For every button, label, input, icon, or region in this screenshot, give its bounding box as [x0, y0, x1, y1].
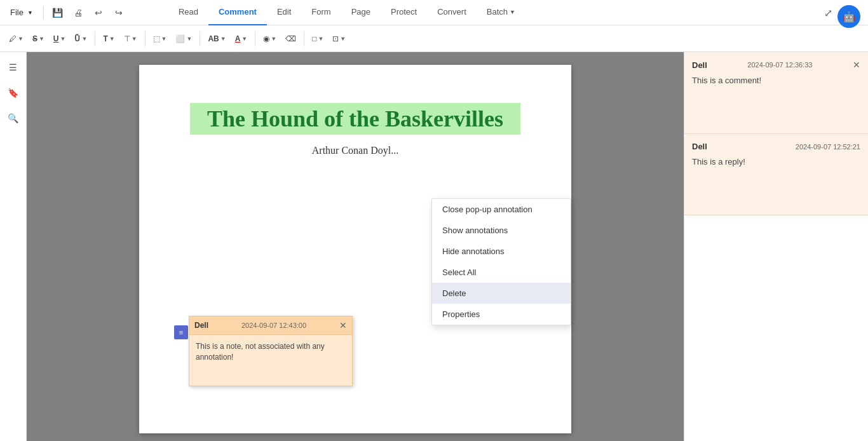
tab-edit[interactable]: Edit [267, 0, 301, 25]
font-color-chevron: ▼ [241, 36, 247, 42]
toolbar-divider-4 [255, 31, 255, 46]
comment-reply-card-1: Dell 2024-09-07 12:52:21 This is a reply… [684, 134, 868, 215]
sticky-note-header: Dell 2024-09-07 12:43:00 ✕ [189, 316, 352, 335]
sidebar: ☰ 🔖 🔍 [0, 52, 27, 441]
sidebar-search-btn[interactable]: 🔍 [3, 108, 24, 128]
sidebar-pages-btn[interactable]: ☰ [3, 57, 24, 78]
external-window-icon[interactable]: ⤢ [824, 7, 832, 19]
document-title: The Hound of the Baskervilles [190, 103, 520, 135]
strikethrough-icon: S [32, 34, 37, 43]
highlight-icon: 🖊 [9, 34, 17, 43]
context-hide-annotations[interactable]: Hide annotations [432, 241, 571, 262]
tab-protect[interactable]: Protect [381, 0, 427, 25]
comment-close-btn-1[interactable]: ✕ [853, 60, 860, 70]
callout-icon: ⬜ [175, 34, 185, 43]
strikethrough-chevron: ▼ [39, 36, 44, 42]
highlight-chevron: ▼ [18, 36, 24, 42]
shape-chevron: ▼ [318, 36, 323, 42]
text-annotation-icon: T [103, 34, 107, 43]
pages-icon: ☰ [9, 62, 17, 72]
note-icon[interactable]: ≡ [174, 325, 188, 339]
sidebar-bookmarks-btn[interactable]: 🔖 [3, 83, 24, 103]
area-icon: ⬚ [153, 34, 160, 43]
highlight-color-tool[interactable]: ◉ ▼ [259, 29, 280, 48]
highlight-color-icon: ◉ [263, 34, 269, 43]
font-size-icon: AB [208, 34, 219, 43]
textbox-tool[interactable]: ⊤ ▼ [120, 29, 141, 48]
toolbar-divider-1 [95, 31, 95, 46]
comments-panel: Dell 2024-09-07 12:36:33 ✕ This is a com… [684, 52, 868, 441]
eraser-tool[interactable]: ⌫ [281, 29, 300, 48]
tab-page[interactable]: Page [341, 0, 381, 25]
tab-read[interactable]: Read [168, 0, 208, 25]
eraser-icon: ⌫ [285, 34, 296, 43]
tab-batch[interactable]: Batch ▼ [477, 0, 526, 25]
document-area: The Hound of the Baskervilles Arthur Con… [27, 52, 684, 441]
stamp-chevron: ▼ [340, 36, 346, 42]
shape-tool[interactable]: □ ▼ [308, 29, 327, 48]
text-annotation-tool[interactable]: T ▼ [99, 29, 118, 48]
sticky-note-popup: Dell 2024-09-07 12:43:00 ✕ This is a not… [189, 316, 353, 386]
toolbar: 🖊 ▼ S ▼ U ▼ U͂ ▼ T ▼ ⊤ ▼ ⬚ ▼ ⬜ ▼ AB ▼ [0, 25, 868, 52]
user-avatar[interactable]: 🤖 [837, 5, 860, 28]
textbox-chevron: ▼ [132, 36, 137, 42]
callout-tool[interactable]: ⬜ ▼ [172, 29, 196, 48]
font-color-tool[interactable]: A ▼ [231, 29, 252, 48]
print-button[interactable]: 🖨 [69, 4, 87, 22]
sticky-note-body: This is a note, not associated with any … [189, 335, 352, 386]
comment-reply-author-1: Dell [692, 142, 707, 151]
tab-comment[interactable]: Comment [208, 0, 267, 25]
area-chevron: ▼ [161, 36, 167, 42]
font-size-chevron: ▼ [220, 36, 226, 42]
squiggle-underline-tool[interactable]: U͂ ▼ [71, 29, 91, 48]
menu-bar: File ▼ 💾 🖨 ↩ ↪ Read Comment Edit Form Pa… [0, 0, 868, 25]
highlight-tool[interactable]: 🖊 ▼ [5, 29, 27, 48]
file-chevron: ▼ [27, 10, 33, 16]
text-ann-chevron: ▼ [109, 36, 115, 42]
sticky-note-close-btn[interactable]: ✕ [339, 320, 347, 330]
underline-chevron: ▼ [60, 36, 66, 42]
stamp-tool[interactable]: ⊡ ▼ [329, 29, 349, 48]
textbox-icon: ⊤ [124, 34, 130, 43]
callout-chevron: ▼ [186, 36, 192, 42]
document-page: The Hound of the Baskervilles Arthur Con… [139, 65, 571, 433]
comment-card-1: Dell 2024-09-07 12:36:33 ✕ This is a com… [684, 52, 868, 134]
context-show-annotations[interactable]: Show annotations [432, 220, 571, 241]
comment-reply-body-1: This is a reply! [692, 156, 860, 207]
tab-form[interactable]: Form [301, 0, 341, 25]
redo-button[interactable]: ↪ [110, 4, 128, 22]
font-size-tool[interactable]: AB ▼ [204, 29, 229, 48]
comment-reply-header-1: Dell 2024-09-07 12:52:21 [692, 142, 860, 151]
context-delete[interactable]: Delete [432, 283, 571, 304]
main-layout: ☰ 🔖 🔍 The Hound of the Baskervilles Arth… [0, 52, 868, 441]
toolbar-divider-2 [145, 31, 146, 46]
save-button[interactable]: 💾 [49, 4, 67, 22]
sticky-note-author: Dell [194, 321, 208, 330]
comment-reply-time-1: 2024-09-07 12:52:21 [796, 143, 860, 151]
undo-button[interactable]: ↩ [90, 4, 107, 22]
comment-body-1: This is a comment! [692, 75, 860, 126]
nav-tabs: Read Comment Edit Form Page Protect Conv… [168, 0, 526, 25]
toolbar-divider-5 [304, 31, 304, 46]
search-icon: 🔍 [8, 113, 18, 123]
sticky-note-time: 2024-09-07 12:43:00 [241, 322, 306, 329]
shape-icon: □ [312, 34, 316, 43]
context-properties[interactable]: Properties [432, 304, 571, 325]
context-menu: Close pop-up annotation Show annotations… [431, 198, 571, 325]
context-select-all[interactable]: Select All [432, 262, 571, 283]
file-label: File [10, 8, 24, 17]
underline-tool[interactable]: U ▼ [50, 29, 70, 48]
squiggle-chevron: ▼ [81, 36, 87, 42]
file-menu[interactable]: File ▼ [5, 5, 38, 20]
comment-time-1: 2024-09-07 12:36:33 [747, 61, 812, 69]
tab-convert[interactable]: Convert [427, 0, 477, 25]
area-highlight-tool[interactable]: ⬚ ▼ [149, 29, 171, 48]
strikethrough-tool[interactable]: S ▼ [29, 29, 48, 48]
comment-header-1: Dell 2024-09-07 12:36:33 ✕ [692, 60, 860, 70]
underline-icon: U [53, 34, 59, 43]
squiggle-icon: U͂ [74, 34, 80, 43]
highlight-color-chevron: ▼ [271, 36, 276, 42]
avatar-icon: 🤖 [843, 11, 855, 23]
context-close-popup[interactable]: Close pop-up annotation [432, 199, 571, 220]
font-color-icon: A [235, 34, 241, 43]
